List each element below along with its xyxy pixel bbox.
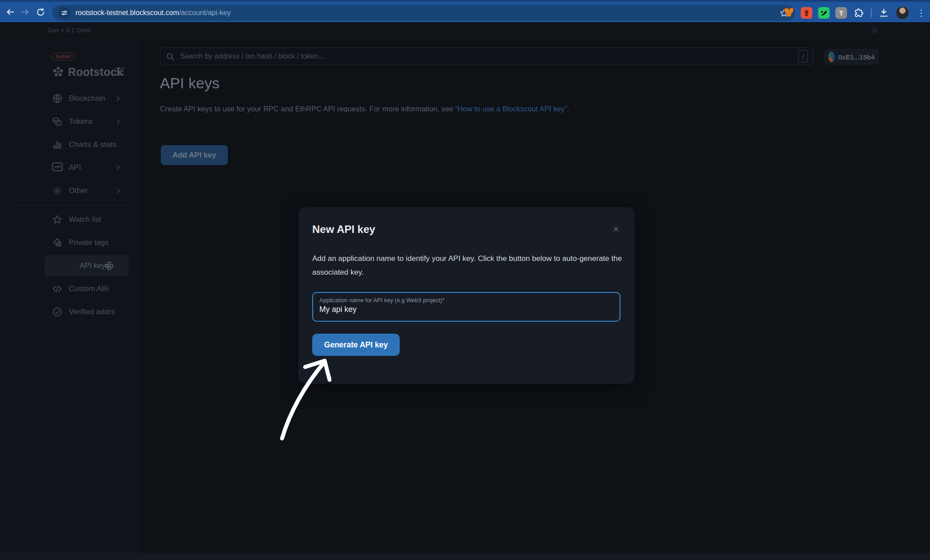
- rootstock-logo-icon: [52, 66, 64, 78]
- adblock-extension-icon[interactable]: [801, 7, 812, 19]
- modal-close-button[interactable]: ✕: [610, 223, 622, 236]
- reload-icon: [36, 8, 45, 17]
- sidebar-item-custom-abi[interactable]: Custom ABI: [0, 277, 139, 300]
- chevron-right-icon: [115, 164, 122, 171]
- search-icon: [166, 52, 175, 61]
- close-icon: ✕: [612, 225, 619, 234]
- sidebar-nav: Blockchain Tokens Charts & stats API API…: [0, 87, 139, 323]
- forward-arrow-icon: [20, 7, 30, 17]
- url-path: /account/api-key: [179, 9, 231, 16]
- page-description: Create API keys to use for your RPC and …: [160, 105, 569, 113]
- sidebar-item-api[interactable]: API API: [0, 156, 139, 179]
- chevron-right-icon: [115, 187, 122, 194]
- network-status-strip: Gas < 0.1 Gwei: [0, 22, 930, 39]
- extensions-puzzle-icon[interactable]: [853, 7, 865, 19]
- application-name-field[interactable]: Application name for API key (e.g Web3 p…: [312, 292, 620, 322]
- search-bar[interactable]: /: [160, 47, 814, 65]
- browser-menu-icon[interactable]: ⋮: [915, 7, 927, 19]
- address-bar[interactable]: rootstock-testnet.blockscout.com/account…: [52, 5, 795, 21]
- new-api-key-modal: New API key ✕ Add an application name to…: [298, 207, 635, 384]
- chevron-right-icon: [115, 118, 122, 125]
- browser-forward-button[interactable]: [18, 4, 33, 20]
- back-arrow-icon: [5, 7, 15, 17]
- api-key-docs-link[interactable]: “How to use a Blockscout API key”: [455, 105, 567, 113]
- apps-grid-icon[interactable]: [115, 66, 125, 77]
- api-badge-icon: API: [52, 162, 63, 173]
- sidebar: testnet Rootstock Blockchain Tokens Char…: [0, 39, 139, 553]
- toolbar-separator: [871, 8, 872, 17]
- settings-gear-icon[interactable]: [870, 26, 879, 35]
- green-extension-icon[interactable]: [818, 7, 830, 19]
- bar-chart-icon: [52, 139, 63, 150]
- testnet-badge: testnet: [52, 53, 75, 60]
- t-extension-icon[interactable]: T: [835, 7, 847, 19]
- tag-lock-icon: [52, 237, 63, 248]
- url-text: rootstock-testnet.blockscout.com/account…: [76, 9, 231, 17]
- star-icon: [52, 214, 63, 225]
- sidebar-item-blockchain[interactable]: Blockchain: [0, 87, 139, 110]
- check-circle-icon: [52, 307, 63, 317]
- account-address: 0xE1...15b4: [838, 53, 874, 61]
- sidebar-item-charts-stats[interactable]: Charts & stats: [0, 133, 139, 156]
- chevron-right-icon: [115, 95, 122, 102]
- browser-back-button[interactable]: [3, 4, 18, 20]
- sidebar-item-other[interactable]: Other: [0, 179, 139, 202]
- sidebar-item-private-tags[interactable]: Private tags: [0, 231, 139, 254]
- modal-body-text: Add an application name to identify your…: [312, 252, 623, 279]
- gas-price-label: Gas < 0.1 Gwei: [48, 27, 91, 34]
- sidebar-divider: [10, 205, 129, 205]
- generate-api-key-button[interactable]: Generate API key: [312, 334, 400, 356]
- metamask-extension-icon[interactable]: [783, 7, 795, 19]
- browser-reload-button[interactable]: [33, 4, 48, 20]
- page-title: API keys: [160, 75, 219, 92]
- gear-icon: [52, 185, 63, 196]
- coins-icon: [52, 116, 63, 127]
- t-extension-letter: T: [839, 9, 843, 17]
- code-icon: [52, 284, 63, 294]
- site-settings-icon[interactable]: [59, 7, 70, 19]
- globe-icon: [52, 93, 63, 104]
- bottom-edge-strip: [0, 553, 930, 560]
- sidebar-item-tokens[interactable]: Tokens: [0, 110, 139, 133]
- account-chip[interactable]: 0xE1...15b4: [824, 49, 879, 65]
- add-api-key-button[interactable]: Add API key: [161, 145, 228, 165]
- account-avatar: [828, 51, 835, 62]
- search-shortcut-hint: /: [798, 50, 808, 63]
- downloads-icon[interactable]: [878, 7, 890, 19]
- url-domain: rootstock-testnet.blockscout.com: [76, 9, 179, 16]
- application-name-input[interactable]: [319, 305, 613, 314]
- sidebar-item-watch-list[interactable]: Watch list: [0, 208, 139, 231]
- search-input[interactable]: [180, 52, 793, 60]
- browser-extensions-area: T ⋮: [783, 4, 927, 22]
- sidebar-item-verified-addrs[interactable]: Verified addrs: [0, 300, 139, 323]
- application-name-label: Application name for API key (e.g Web3 p…: [319, 297, 613, 304]
- modal-title: New API key: [312, 223, 375, 236]
- sidebar-item-api-keys[interactable]: API keys: [0, 254, 139, 277]
- browser-toolbar: rootstock-testnet.blockscout.com/account…: [0, 0, 930, 22]
- browser-profile-avatar[interactable]: [896, 6, 909, 20]
